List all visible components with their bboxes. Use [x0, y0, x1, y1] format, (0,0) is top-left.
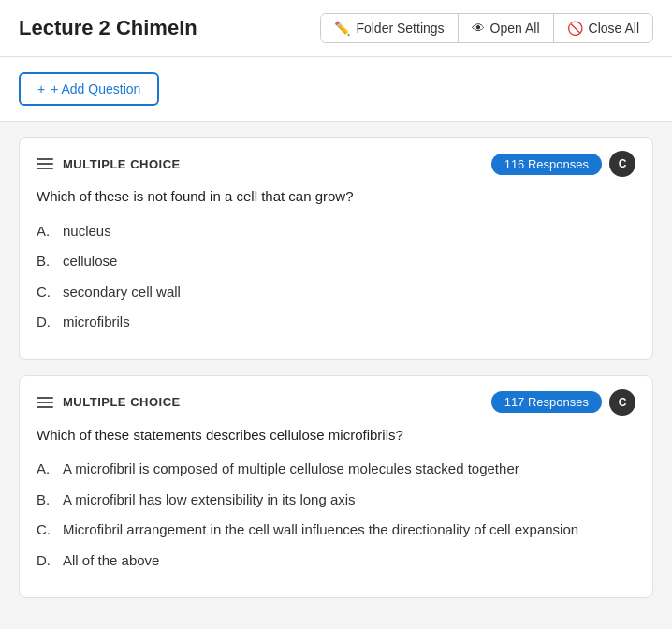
header-action-buttons: ✏️ Folder Settings 👁 Open All 🚫 Close Al…: [320, 13, 653, 43]
answer-letter: D.: [37, 550, 55, 572]
question-menu-icon[interactable]: C: [609, 389, 635, 416]
answer-option-2: B.cellulose: [37, 251, 635, 272]
folder-settings-button[interactable]: ✏️ Folder Settings: [321, 14, 458, 42]
answer-option-3: C.Microfibril arrangement in the cell wa…: [37, 519, 635, 541]
answer-text: A microfibril is composed of multiple ce…: [63, 459, 519, 480]
card-header-left: MULTIPLE CHOICE: [37, 395, 181, 409]
answer-text: cellulose: [63, 251, 117, 272]
eye-slash-icon: 🚫: [567, 21, 583, 36]
answer-letter: C.: [37, 519, 55, 541]
answer-text: Microfibril arrangement in the cell wall…: [63, 519, 578, 541]
responses-badge: 117 Responses: [491, 391, 602, 413]
answer-letter: C.: [37, 282, 55, 303]
drag-handle-icon[interactable]: [37, 158, 53, 169]
answer-letter: A.: [37, 459, 55, 480]
open-all-label: Open All: [490, 21, 540, 36]
answer-letter: D.: [37, 312, 55, 333]
add-question-button[interactable]: + + Add Question: [19, 72, 159, 106]
question-type-label: MULTIPLE CHOICE: [63, 157, 181, 171]
answer-option-1: A.nucleus: [37, 221, 635, 242]
eye-icon: 👁: [472, 21, 485, 36]
answer-option-1: A.A microfibril is composed of multiple …: [37, 459, 635, 480]
card-header-right: 117 ResponsesC: [491, 389, 635, 416]
toolbar: + + Add Question: [0, 57, 672, 122]
open-all-button[interactable]: 👁 Open All: [459, 14, 554, 42]
responses-badge: 116 Responses: [491, 154, 602, 175]
answer-letter: A.: [37, 221, 55, 242]
card-body: Which of these is not found in a cell th…: [20, 186, 652, 359]
question-text: Which of these statements describes cell…: [37, 425, 635, 446]
answer-text: microfibrils: [63, 312, 130, 333]
answer-option-3: C.secondary cell wall: [37, 282, 635, 303]
answer-option-4: D.microfibrils: [37, 312, 635, 333]
add-question-label: + Add Question: [51, 81, 140, 96]
question-card-1: MULTIPLE CHOICE116 ResponsesCWhich of th…: [19, 137, 653, 360]
answer-option-2: B.A microfibril has low extensibility in…: [37, 490, 635, 511]
answer-option-4: D.All of the above: [37, 550, 635, 572]
question-card-2: MULTIPLE CHOICE117 ResponsesCWhich of th…: [19, 375, 653, 599]
content-area: MULTIPLE CHOICE116 ResponsesCWhich of th…: [0, 122, 672, 613]
question-card-header-1: MULTIPLE CHOICE116 ResponsesC: [20, 138, 652, 186]
answer-text: secondary cell wall: [63, 282, 181, 303]
card-header-right: 116 ResponsesC: [491, 151, 635, 177]
drag-handle-icon[interactable]: [37, 397, 53, 408]
question-menu-icon[interactable]: C: [609, 151, 635, 177]
answer-letter: B.: [37, 490, 55, 511]
card-header-left: MULTIPLE CHOICE: [37, 157, 181, 171]
answer-text: A microfibril has low extensibility in i…: [63, 490, 356, 511]
close-all-label: Close All: [589, 21, 639, 36]
page-title: Lecture 2 ChimeIn: [19, 16, 197, 40]
answer-letter: B.: [37, 251, 55, 272]
question-card-header-2: MULTIPLE CHOICE117 ResponsesC: [20, 376, 652, 425]
question-type-label: MULTIPLE CHOICE: [63, 395, 181, 409]
answer-text: nucleus: [63, 221, 111, 242]
pencil-icon: ✏️: [334, 21, 350, 36]
question-text: Which of these is not found in a cell th…: [37, 186, 635, 208]
card-body: Which of these statements describes cell…: [20, 425, 652, 598]
folder-settings-label: Folder Settings: [356, 21, 444, 36]
add-icon: +: [37, 81, 45, 96]
answer-text: All of the above: [63, 550, 159, 572]
close-all-button[interactable]: 🚫 Close All: [554, 14, 652, 42]
page-header: Lecture 2 ChimeIn ✏️ Folder Settings 👁 O…: [0, 0, 672, 57]
